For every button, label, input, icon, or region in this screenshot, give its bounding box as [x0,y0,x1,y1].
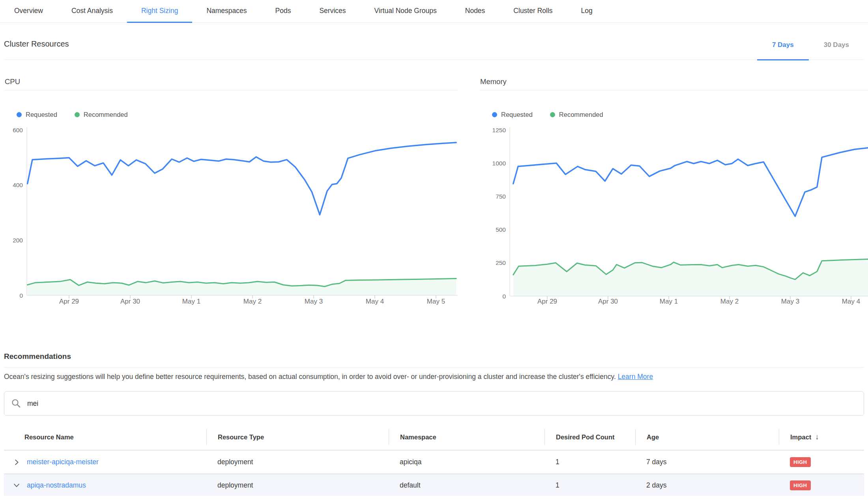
cpu-chart-panel: CPU Requested Recommended 0200400600Apr … [4,77,458,310]
svg-text:1250: 1250 [492,127,506,133]
tab-log[interactable]: Log [567,0,607,23]
svg-text:Apr 30: Apr 30 [598,298,618,305]
memory-line-chart: 025050075010001250Apr 29Apr 30May 1May 2… [479,125,868,310]
svg-text:Apr 29: Apr 29 [59,298,79,305]
legend-label: Requested [26,111,57,118]
svg-text:250: 250 [496,259,506,266]
memory-chart-panel: Memory Requested Recommended 02505007501… [479,77,868,310]
range-30-days[interactable]: 30 Days [809,41,864,60]
svg-text:1000: 1000 [492,160,506,167]
table-header: Resource Name Resource Type Namespace De… [4,424,864,451]
resource-type-cell: deployment [206,458,389,466]
svg-text:May 3: May 3 [305,298,323,305]
sort-desc-icon[interactable]: ↓ [815,433,819,441]
search-input[interactable] [26,399,857,408]
col-desired-pod-count[interactable]: Desired Pod Count [544,429,635,445]
main-tab-bar: Overview Cost Analysis Right Sizing Name… [0,0,868,23]
legend-item-requested: Requested [492,111,533,118]
requested-dot-icon [17,112,22,117]
age-cell: 2 days [635,481,779,490]
recommendations-description: Ocean's resizing suggestions will help y… [4,373,864,381]
svg-text:May 2: May 2 [243,298,262,305]
memory-legend: Requested Recommended [492,111,868,118]
svg-text:May 5: May 5 [427,298,445,305]
learn-more-link[interactable]: Learn More [618,373,653,381]
svg-text:0: 0 [19,292,23,299]
chevron-right-icon[interactable] [13,458,21,466]
svg-text:May 4: May 4 [842,298,860,305]
tab-right-sizing[interactable]: Right Sizing [127,0,192,23]
search-icon [11,399,21,408]
tab-pods[interactable]: Pods [261,0,305,23]
namespace-cell: default [389,481,544,490]
cpu-chart-title: CPU [4,77,458,90]
tab-services[interactable]: Services [305,0,360,23]
svg-text:400: 400 [13,182,23,188]
recommended-dot-icon [75,112,80,117]
svg-text:May 2: May 2 [720,298,739,305]
cpu-line-chart: 0200400600Apr 29Apr 30May 1May 2May 3May… [4,125,458,310]
recommendations-title: Recommendations [4,352,864,361]
search-box [4,391,864,416]
cluster-resources-header: Cluster Resources 7 Days 30 Days [4,23,864,60]
chevron-down-icon[interactable] [13,481,21,489]
memory-chart-title: Memory [479,77,868,90]
tab-namespaces[interactable]: Namespaces [192,0,261,23]
svg-text:0: 0 [502,293,506,300]
svg-text:May 3: May 3 [781,298,799,305]
impact-badge: HIGH [790,457,811,467]
tab-virtual-node-groups[interactable]: Virtual Node Groups [360,0,451,23]
namespace-cell: apiciqa [389,458,544,466]
legend-item-recommended: Recommended [550,111,603,118]
cpu-legend: Requested Recommended [17,111,458,118]
legend-label: Recommended [559,111,603,118]
tab-cost-analysis[interactable]: Cost Analysis [57,0,127,23]
svg-text:May 1: May 1 [182,298,200,305]
svg-text:Apr 30: Apr 30 [120,298,140,305]
age-cell: 7 days [635,458,779,466]
svg-text:May 1: May 1 [660,298,678,305]
resource-name-link[interactable]: apiqa-nostradamus [27,481,86,490]
impact-badge: HIGH [790,480,811,490]
recommendations-table: Resource Name Resource Type Namespace De… [4,424,864,496]
divider [4,367,864,368]
svg-text:750: 750 [496,193,506,200]
resource-type-cell: deployment [206,481,389,490]
svg-text:600: 600 [13,127,23,133]
legend-label: Recommended [84,111,128,118]
time-range-toggle: 7 Days 30 Days [757,41,864,60]
svg-text:500: 500 [496,226,506,233]
col-age[interactable]: Age [635,429,779,445]
col-impact[interactable]: Impact ↓ [779,429,864,445]
tab-cluster-rolls[interactable]: Cluster Rolls [499,0,567,23]
range-7-days[interactable]: 7 Days [757,41,809,60]
resource-name-link[interactable]: meister-apiciqa-meister [27,458,99,466]
requested-dot-icon [492,112,497,117]
legend-label: Requested [501,111,533,118]
svg-text:Apr 29: Apr 29 [537,298,557,305]
section-title: Cluster Resources [4,39,69,60]
recommended-dot-icon [550,112,555,117]
legend-item-recommended: Recommended [75,111,128,118]
svg-text:May 4: May 4 [366,298,384,305]
charts-row: CPU Requested Recommended 0200400600Apr … [0,77,868,310]
col-resource-name[interactable]: Resource Name [4,429,206,445]
pod-count-cell: 1 [544,458,635,466]
right-sizing-page: Overview Cost Analysis Right Sizing Name… [0,0,868,499]
tab-overview[interactable]: Overview [0,0,57,23]
tab-nodes[interactable]: Nodes [451,0,499,23]
legend-item-requested: Requested [17,111,57,118]
svg-text:200: 200 [13,237,23,244]
col-namespace[interactable]: Namespace [389,429,544,445]
table-row[interactable]: meister-apiciqa-meister deployment apici… [4,451,864,473]
table-row[interactable]: apiqa-nostradamus deployment default 1 2… [4,473,864,496]
col-resource-type[interactable]: Resource Type [206,429,389,445]
pod-count-cell: 1 [544,481,635,490]
